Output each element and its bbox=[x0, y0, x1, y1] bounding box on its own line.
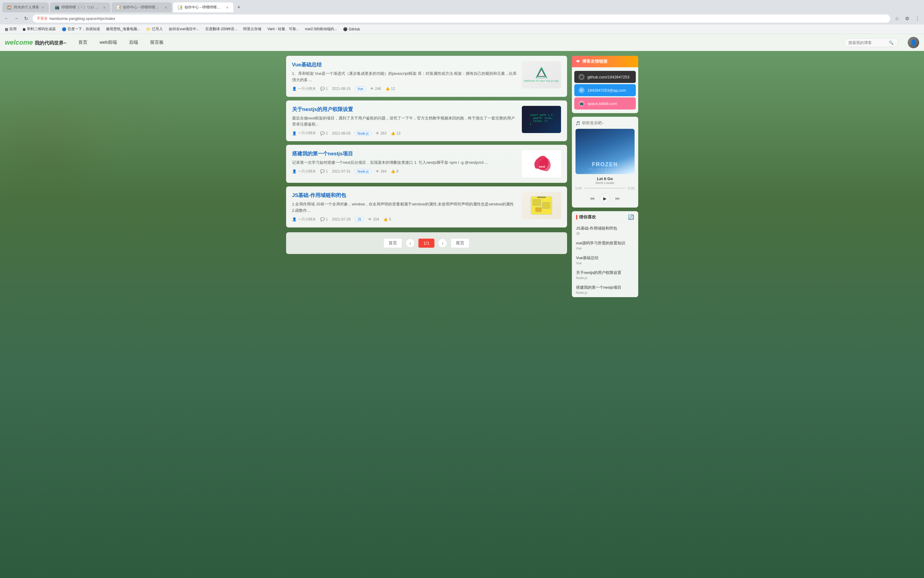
music-artist: Demi Lovato bbox=[576, 181, 634, 185]
new-tab-button[interactable]: + bbox=[235, 3, 243, 12]
tab-2[interactable]: 📺 哔哩哔哩（`-´）つロ 干杯--bili... × bbox=[50, 2, 110, 12]
recommend-item[interactable]: Vue基础总结 Vue bbox=[572, 253, 638, 268]
bookmark-qr-icon: ◼ bbox=[23, 27, 26, 31]
bookmark-wallpaper-label: 极简壁纸_海量电脑... bbox=[106, 26, 140, 32]
tab-close-1[interactable]: × bbox=[42, 5, 44, 10]
search-input[interactable] bbox=[848, 41, 886, 45]
bookmark-translate[interactable]: 百度翻译-200种语... bbox=[203, 26, 239, 32]
tab-close-4[interactable]: × bbox=[226, 5, 228, 10]
refresh-button[interactable]: 🔄 bbox=[628, 214, 634, 220]
article-meta: 👤 一只小阿木 💬 2 2021-08-03 Node.js 👁 263 bbox=[292, 131, 517, 136]
nav-frontend[interactable]: web前端 bbox=[94, 34, 123, 51]
bilibili-icon: 📺 bbox=[579, 101, 584, 107]
article-title[interactable]: 关于nestjs的用户权限设置 bbox=[292, 106, 517, 113]
last-page-button[interactable]: 尾页 bbox=[451, 238, 469, 248]
logo-subtitle: 我的代码世界~ bbox=[35, 41, 66, 45]
svg-text:nest: nest bbox=[539, 165, 545, 168]
recommend-item[interactable]: JS基础-作用域链和闭包 JS bbox=[572, 223, 638, 238]
bookmark-wallpaper[interactable]: 极简壁纸_海量电脑... bbox=[104, 26, 142, 32]
reload-button[interactable]: ↻ bbox=[22, 14, 30, 23]
views-count: 184 bbox=[380, 169, 387, 174]
friend-links-card: ❤ 博客友情链接 ⚫ github.com/1942847253 ✉ 19428… bbox=[572, 56, 638, 113]
music-icon: 🎵 bbox=[576, 121, 580, 125]
bookmark-vue2-label: vue2.0的移动端的... bbox=[305, 26, 337, 32]
first-page-button[interactable]: 首页 bbox=[384, 238, 402, 248]
forward-button[interactable]: → bbox=[12, 14, 21, 23]
tab-4[interactable]: 📝 创作中心 - 哔哩哔哩弹幕视频网... × bbox=[173, 2, 233, 12]
bookmark-vant-label: Vant - 轻量、可靠... bbox=[267, 26, 299, 32]
svg-text:closure: closure bbox=[537, 196, 546, 198]
vue-logo-svg bbox=[536, 67, 547, 78]
tab-close-2[interactable]: × bbox=[103, 5, 105, 10]
recommendations-card: 猜你喜欢 🔄 JS基础-作用域链和闭包 JS vue源码学习所需的前置知识 Vu… bbox=[572, 211, 638, 297]
article-title[interactable]: JS基础-作用域链和闭包 bbox=[292, 192, 517, 199]
search-box[interactable]: 🔍 bbox=[844, 38, 898, 47]
article-thumbnail: const auth = { guard: true, roles: []} bbox=[522, 106, 561, 133]
bookmark-vue[interactable]: 如何在vue项目中... bbox=[167, 26, 202, 32]
bookmark-apps[interactable]: ▦ 应用 bbox=[2, 26, 19, 32]
search-icon[interactable]: 🔍 bbox=[889, 41, 893, 45]
likes-count: 8 bbox=[396, 169, 398, 174]
url-text: handsome.yangblog.space/#/pc/index bbox=[49, 16, 886, 21]
recommend-item[interactable]: 关于nestjs的用户权限设置 Node.js bbox=[572, 268, 638, 283]
bookmark-github[interactable]: ⚫ GitHub bbox=[341, 26, 362, 32]
menu-button[interactable]: ⋮ bbox=[913, 14, 922, 23]
author-name: 一只小阿木 bbox=[298, 86, 316, 91]
nav-home[interactable]: 首页 bbox=[72, 34, 94, 51]
bookmark-vant[interactable]: Vant - 轻量、可靠... bbox=[265, 26, 301, 32]
author-name: 一只小阿木 bbox=[298, 169, 316, 174]
bookmark-baidu[interactable]: 🔵 百度一下，你就知道 bbox=[59, 26, 102, 32]
meta-author: 👤 一只小阿木 bbox=[292, 86, 316, 91]
meta-comments: 💬 1 bbox=[320, 86, 328, 91]
meta-tag: JS bbox=[355, 217, 364, 222]
article-thumbnail: nest bbox=[522, 150, 561, 177]
url-bar[interactable]: 不安全 handsome.yangblog.space/#/pc/index bbox=[32, 15, 890, 23]
progress-bar[interactable] bbox=[584, 188, 626, 189]
tab-3[interactable]: 📝 创作中心 - 哔哩哔哩弹幕视频网... × bbox=[112, 2, 172, 12]
next-page-button[interactable]: › bbox=[438, 239, 447, 248]
meta-views: 👁 246 bbox=[370, 86, 381, 91]
meta-tag: Vue bbox=[355, 86, 366, 91]
bookmark-aliyun[interactable]: 阿里云存储 bbox=[241, 26, 264, 32]
recommend-item[interactable]: 搭建我的第一个nestjs项目 Node.js bbox=[572, 283, 638, 297]
prev-page-button[interactable]: ‹ bbox=[406, 239, 415, 248]
bookmark-import[interactable]: 📁 已导入 bbox=[144, 26, 165, 32]
recommend-item[interactable]: vue源码学习所需的前置知识 Vue bbox=[572, 238, 638, 253]
likes-icon: 👍 bbox=[391, 169, 395, 174]
nav-guestbook[interactable]: 留言板 bbox=[144, 34, 170, 51]
author-icon: 👤 bbox=[292, 131, 297, 135]
thumb-vue: Welcome To Your Vue.js App bbox=[522, 61, 561, 88]
current-page[interactable]: 1/1 bbox=[418, 239, 434, 248]
security-label: 不安全 bbox=[37, 16, 48, 21]
likes-count: 13 bbox=[396, 131, 400, 135]
sidebar: ❤ 博客友情链接 ⚫ github.com/1942847253 ✉ 19428… bbox=[572, 56, 638, 297]
tab-1[interactable]: 🏠 阿木的个人博客 × bbox=[2, 2, 49, 12]
article-title[interactable]: Vue基础总结 bbox=[292, 61, 517, 68]
nav-backend[interactable]: 后端 bbox=[123, 34, 144, 51]
meta-likes: 👍 12 bbox=[385, 86, 395, 91]
views-count: 246 bbox=[375, 86, 381, 91]
tab-favicon-3: 📝 bbox=[117, 5, 121, 10]
comment-icon: 💬 bbox=[320, 86, 325, 91]
github-link[interactable]: ⚫ github.com/1942847253 bbox=[574, 71, 636, 83]
bookmark-button[interactable]: ☆ bbox=[893, 14, 901, 23]
article-title[interactable]: 搭建我的第一个nestjs项目 bbox=[292, 150, 517, 157]
bookmark-vue2[interactable]: vue2.0的移动端的... bbox=[303, 26, 340, 32]
email-link[interactable]: ✉ 1942847253@qq.com bbox=[574, 84, 636, 96]
meta-author: 👤 一只小阿木 bbox=[292, 169, 316, 174]
meta-date: 2021-07-31 bbox=[332, 169, 350, 174]
next-track-button[interactable]: ⏭ bbox=[615, 196, 620, 201]
play-button[interactable]: ▶ bbox=[600, 193, 610, 204]
bilibili-link[interactable]: 📺 space.bilibili.com bbox=[574, 97, 636, 109]
prev-track-button[interactable]: ⏮ bbox=[590, 196, 595, 201]
avatar[interactable]: 👤 bbox=[908, 37, 919, 48]
svg-rect-6 bbox=[536, 208, 541, 212]
extension-button[interactable]: ⚙ bbox=[903, 14, 911, 23]
recommend-article-title: Vue基础总结 bbox=[576, 255, 634, 261]
music-section-label: 听听音乐吧~ bbox=[582, 120, 604, 126]
likes-count: 12 bbox=[391, 86, 395, 91]
bookmark-qr[interactable]: ◼ 草料二维码生成器 bbox=[20, 26, 58, 32]
author-icon: 👤 bbox=[292, 169, 297, 174]
tab-close-3[interactable]: × bbox=[165, 5, 167, 10]
back-button[interactable]: ← bbox=[2, 14, 11, 23]
